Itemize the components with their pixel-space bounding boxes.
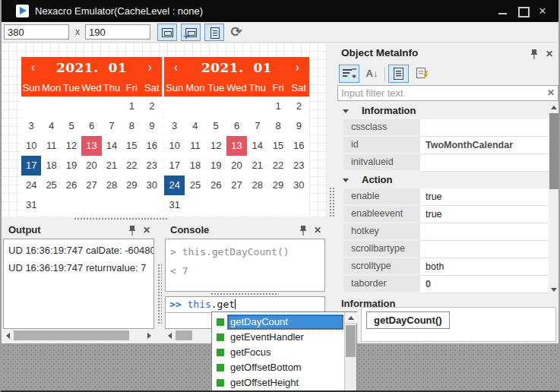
horizontal-splitter[interactable] (0, 217, 327, 222)
calendar-day[interactable]: 14 (102, 136, 122, 156)
event-edit-icon[interactable] (413, 65, 433, 83)
calendar-day[interactable]: 25 (41, 175, 61, 195)
scroll-left-icon[interactable] (3, 330, 14, 341)
calendar-day[interactable]: 5 (206, 116, 226, 136)
calendar-day[interactable]: 27 (226, 175, 247, 195)
vertical-splitter[interactable] (327, 43, 337, 343)
calendar-day[interactable]: 18 (185, 156, 205, 175)
scroll-right-icon[interactable] (144, 330, 154, 341)
property-value[interactable]: true (420, 206, 549, 223)
property-list-icon[interactable] (388, 65, 409, 83)
calendar-day[interactable]: 18 (41, 156, 61, 175)
autocomplete-item[interactable]: getOffsetHeight (212, 375, 343, 390)
calendar-day[interactable]: 29 (122, 175, 141, 195)
calendar-day[interactable]: 21 (247, 156, 267, 175)
calendar-day[interactable]: 6 (81, 116, 101, 136)
calendar-day[interactable]: 25 (185, 175, 205, 195)
scrollbar-thumb[interactable] (549, 113, 558, 189)
scrollbar-thumb[interactable] (346, 325, 356, 357)
sort-by-category-icon[interactable] (339, 65, 359, 83)
scroll-left-icon[interactable] (165, 330, 176, 341)
close-panel-icon[interactable]: ✕ (546, 49, 553, 59)
calendar-day[interactable]: 17 (21, 156, 41, 175)
calendar-day[interactable]: 20 (81, 156, 101, 175)
calendar-day[interactable]: 29 (267, 175, 288, 195)
calendar-day[interactable]: 19 (206, 156, 226, 175)
property-section-header[interactable]: Information (337, 103, 549, 119)
calendar-day[interactable]: 30 (289, 175, 309, 195)
method-signature[interactable]: getDayCount() (366, 311, 450, 329)
calendar-day[interactable]: 13 (81, 136, 101, 156)
property-value[interactable] (420, 154, 549, 172)
calendar-day[interactable]: 20 (226, 156, 247, 175)
calendar-day[interactable]: 3 (164, 116, 185, 136)
calendar-day[interactable]: 12 (62, 136, 81, 156)
autocomplete-scrollbar[interactable] (344, 312, 356, 391)
close-button[interactable]: ✕ (534, 0, 551, 22)
calendar-day[interactable]: 21 (102, 156, 122, 175)
property-value[interactable] (420, 223, 549, 241)
calendar-day[interactable]: 6 (226, 116, 247, 136)
pin-icon[interactable] (128, 226, 136, 236)
calendar-day[interactable]: 26 (62, 175, 81, 195)
calendar-day[interactable]: 16 (142, 136, 162, 156)
property-value[interactable]: 0 (420, 276, 549, 293)
calendar-day[interactable]: 1 (267, 96, 288, 116)
autocomplete-item[interactable]: getDayCount (212, 315, 343, 330)
calendar-day[interactable]: 9 (289, 116, 309, 136)
calendar-day[interactable]: 15 (122, 136, 141, 156)
calendar-day[interactable]: 11 (185, 136, 205, 156)
splitter-handle[interactable] (157, 264, 162, 324)
resize-frame-button[interactable] (157, 24, 177, 41)
calendar-day[interactable]: 2 (289, 96, 309, 116)
autocomplete-item[interactable]: getOffsetBottom (212, 360, 343, 375)
calendar-day[interactable]: 12 (206, 136, 226, 156)
property-value[interactable]: TwoMonthCalendar (420, 137, 549, 154)
calendar-day[interactable]: 10 (21, 136, 41, 156)
calendar-day[interactable]: 7 (102, 116, 122, 136)
height-input[interactable] (85, 24, 150, 40)
calendar-day[interactable]: 15 (267, 136, 288, 156)
calendar-day[interactable]: 17 (164, 156, 185, 175)
sort-alphabetical-icon[interactable]: A↓ (362, 65, 382, 83)
console-input-line[interactable]: >> this.get (166, 297, 324, 313)
calendar-day[interactable]: 28 (247, 175, 267, 195)
autocomplete-item[interactable]: getEventHandler (212, 330, 343, 345)
pin-icon[interactable] (530, 49, 538, 59)
form-info-button[interactable] (204, 24, 224, 41)
property-value[interactable]: both (420, 258, 549, 276)
calendar-day[interactable]: 26 (206, 175, 226, 195)
calendar-day[interactable]: 16 (289, 136, 309, 156)
calendar-day[interactable]: 11 (41, 136, 61, 156)
calendar-day[interactable]: 28 (102, 175, 122, 195)
property-value[interactable]: true (420, 188, 549, 206)
calendar-day[interactable]: 10 (164, 136, 185, 156)
calendar-day[interactable]: 23 (289, 156, 309, 175)
calendar-day[interactable]: 13 (226, 136, 247, 156)
calendar-day[interactable]: 22 (267, 156, 288, 175)
calendar-day[interactable]: 5 (62, 116, 81, 136)
output-horizontal-scrollbar[interactable] (3, 330, 154, 341)
calendar-day[interactable]: 9 (142, 116, 162, 136)
scroll-down-icon[interactable] (549, 285, 559, 295)
calendar-day[interactable]: 31 (164, 195, 185, 215)
calendar-day[interactable]: 31 (21, 195, 41, 215)
calendar-day[interactable]: 3 (21, 116, 41, 136)
clear-filter-icon[interactable]: ✕ (547, 87, 555, 98)
scroll-up-icon[interactable] (549, 103, 559, 112)
close-panel-icon[interactable]: ✕ (314, 225, 321, 236)
prev-month-button[interactable]: ‹ (31, 62, 35, 74)
property-scrollbar[interactable] (549, 103, 559, 295)
filter-input[interactable] (337, 85, 558, 101)
calendar-day[interactable]: 7 (247, 116, 267, 136)
calendar-day[interactable]: 24 (21, 175, 41, 195)
calendar-day[interactable]: 2 (142, 96, 162, 116)
property-section-header[interactable]: Action (337, 172, 549, 188)
output-console-splitter[interactable] (156, 222, 163, 343)
scroll-up-icon[interactable] (345, 312, 357, 324)
minimize-button[interactable] (495, 0, 511, 22)
calendar-day[interactable]: 22 (122, 156, 141, 175)
calendar-day[interactable]: 23 (142, 156, 162, 175)
calendar-day[interactable]: 27 (81, 175, 101, 195)
add-frame-button[interactable]: + (181, 24, 201, 41)
